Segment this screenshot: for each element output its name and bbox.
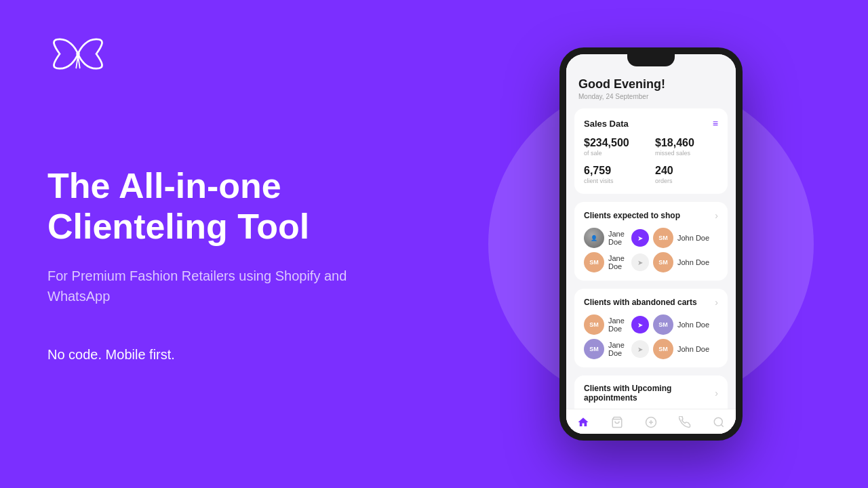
- tagline-text: No code. Mobile first.: [47, 347, 387, 363]
- client-cell: SM Jane Doe ➤: [584, 339, 649, 359]
- send-button-light[interactable]: ➤: [631, 340, 649, 358]
- phone-screen[interactable]: Good Evening! Monday, 24 September Sales…: [566, 54, 736, 434]
- nav-phone[interactable]: [679, 416, 691, 428]
- abandoned-section-header: Clients with abandoned carts ›: [584, 297, 718, 308]
- client-cell: SM John Doe: [653, 228, 718, 248]
- stat-label-orders: orders: [655, 178, 718, 184]
- client-name: Jane Doe: [608, 230, 627, 246]
- send-icon: ➤: [637, 321, 643, 329]
- nav-home[interactable]: [577, 416, 589, 428]
- upcoming-section-title: Clients with Upcoming appointments: [584, 384, 715, 403]
- avatar: SM: [653, 339, 673, 359]
- upcoming-chevron-icon[interactable]: ›: [715, 388, 718, 399]
- client-name: Jane Doe: [608, 341, 627, 357]
- send-icon: ➤: [637, 346, 643, 353]
- client-cell: SM John Doe: [653, 252, 718, 272]
- client-cell: SM John Doe: [653, 314, 718, 335]
- stat-value-orders: 240: [655, 165, 718, 177]
- subtitle-text: For Premium Fashion Retailers using Shop…: [47, 266, 387, 306]
- client-name: John Doe: [677, 321, 718, 329]
- sales-data-card: Sales Data ≡ $234,500 of sale $18,460 mi…: [574, 108, 728, 194]
- screen-header: Good Evening! Monday, 24 September: [566, 70, 736, 108]
- bottom-nav: [566, 409, 736, 434]
- avatar: SM: [653, 228, 673, 248]
- stat-label-sale: of sale: [584, 150, 647, 157]
- expected-chevron-icon[interactable]: ›: [715, 210, 718, 221]
- svg-line-5: [721, 424, 723, 426]
- client-name: John Doe: [677, 234, 718, 242]
- avatar: SM: [584, 339, 604, 359]
- stat-missed-sales: $18,460 missed sales: [655, 137, 718, 157]
- nav-shop[interactable]: [611, 416, 623, 428]
- svg-point-4: [714, 418, 722, 426]
- stat-of-sale: $234,500 of sale: [584, 137, 647, 157]
- stats-grid: $234,500 of sale $18,460 missed sales 6,…: [584, 137, 718, 184]
- avatar: SM: [653, 252, 673, 272]
- send-icon: ➤: [637, 259, 643, 266]
- avatar: 👤: [584, 228, 604, 248]
- client-name: John Doe: [677, 345, 718, 353]
- expected-to-shop-section: Clients expected to shop › 👤 Jane Doe ➤: [574, 202, 728, 281]
- send-button[interactable]: ➤: [631, 229, 649, 247]
- stat-label-missed: missed sales: [655, 150, 718, 157]
- right-panel: Good Evening! Monday, 24 September Sales…: [434, 0, 868, 488]
- logo: [47, 34, 108, 77]
- stat-value-missed: $18,460: [655, 137, 718, 149]
- client-name: John Doe: [677, 258, 718, 266]
- phone-notch: [627, 54, 675, 66]
- expected-section-title: Clients expected to shop: [584, 211, 680, 220]
- main-headline: The All-in-one Clienteling Tool: [47, 166, 387, 247]
- send-icon: ➤: [637, 235, 643, 242]
- abandoned-section-title: Clients with abandoned carts: [584, 298, 697, 307]
- client-cell: SM Jane Doe ➤: [584, 314, 649, 335]
- abandoned-chevron-icon[interactable]: ›: [715, 297, 718, 308]
- left-panel: The All-in-one Clienteling Tool For Prem…: [0, 0, 434, 488]
- upcoming-section-header: Clients with Upcoming appointments ›: [584, 384, 718, 403]
- nav-add[interactable]: [645, 416, 657, 428]
- expected-section-header: Clients expected to shop ›: [584, 210, 718, 221]
- avatar: SM: [584, 252, 604, 272]
- expected-clients-grid: 👤 Jane Doe ➤ SM John Doe SM: [584, 228, 718, 272]
- client-name: Jane Doe: [608, 254, 627, 270]
- client-cell: SM Jane Doe ➤: [584, 252, 649, 272]
- avatar: SM: [653, 314, 673, 335]
- date-text: Monday, 24 September: [578, 93, 724, 100]
- stat-label-visits: client visits: [584, 178, 647, 184]
- client-cell: 👤 Jane Doe ➤: [584, 228, 649, 248]
- stat-client-visits: 6,759 client visits: [584, 165, 647, 184]
- client-cell: SM John Doe: [653, 339, 718, 359]
- avatar: SM: [584, 314, 604, 335]
- send-button[interactable]: ➤: [631, 316, 649, 333]
- stat-value-visits: 6,759: [584, 165, 647, 177]
- sales-data-header: Sales Data ≡: [584, 118, 718, 129]
- nav-search[interactable]: [713, 416, 725, 428]
- abandoned-clients-grid: SM Jane Doe ➤ SM John Doe SM Jane: [584, 314, 718, 359]
- filter-icon[interactable]: ≡: [713, 118, 718, 129]
- stat-value-sale: $234,500: [584, 137, 647, 149]
- client-name: Jane Doe: [608, 317, 627, 333]
- stat-orders: 240 orders: [655, 165, 718, 184]
- greeting-text: Good Evening!: [578, 77, 724, 92]
- abandoned-carts-section: Clients with abandoned carts › SM Jane D…: [574, 289, 728, 367]
- phone-mockup: Good Evening! Monday, 24 September Sales…: [559, 47, 743, 441]
- send-button-light[interactable]: ➤: [631, 253, 649, 271]
- sales-data-title: Sales Data: [584, 119, 629, 129]
